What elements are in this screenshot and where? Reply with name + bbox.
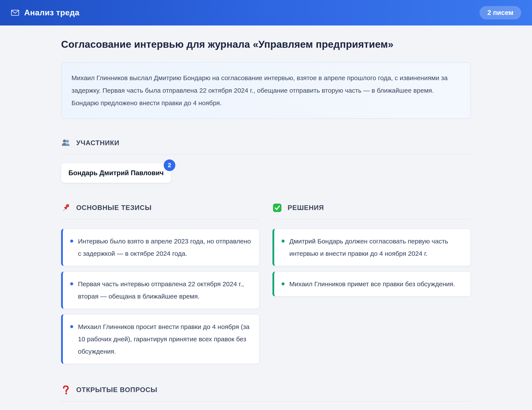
questions-section: ОТКРЫТЫЕ ВОПРОСЫ Когда именно будет отпр… xyxy=(61,385,471,410)
thesis-card: Михаил Глинников просит внести правки до… xyxy=(61,314,259,364)
participant-chip[interactable]: Бондарь Дмитрий Павлович 2 xyxy=(61,163,171,183)
decisions-heading-label: РЕШЕНИЯ xyxy=(288,204,324,212)
decision-card: Михаил Глинников примет все правки без о… xyxy=(273,271,471,297)
theses-list: Интервью было взято в апреле 2023 года, … xyxy=(61,229,259,364)
theses-heading-label: ОСНОВНЫЕ ТЕЗИСЫ xyxy=(76,204,152,212)
participant-name: Бондарь Дмитрий Павлович xyxy=(68,169,164,177)
bullet-dot xyxy=(70,240,73,243)
pushpin-icon xyxy=(61,203,71,213)
thesis-text: Интервью было взято в апреле 2023 года, … xyxy=(78,235,252,260)
mail-count-badge: 2 писем xyxy=(480,6,521,20)
bullet-dot xyxy=(282,282,285,285)
participants-list: Бондарь Дмитрий Павлович 2 xyxy=(61,163,471,183)
theses-heading: ОСНОВНЫЕ ТЕЗИСЫ xyxy=(61,203,259,213)
page-title: Согласование интервью для журнала «Управ… xyxy=(61,39,471,50)
main-content: Согласование интервью для журнала «Управ… xyxy=(61,39,471,410)
participants-section: УЧАСТНИКИ Бондарь Дмитрий Павлович 2 xyxy=(61,138,471,183)
thesis-card: Первая часть интервью отправлена 22 октя… xyxy=(61,271,259,309)
users-icon xyxy=(61,138,71,148)
thread-summary: Михаил Глинников выслал Дмитрию Бондарю … xyxy=(61,62,471,119)
divider xyxy=(61,154,471,155)
divider xyxy=(61,219,259,219)
participants-heading-label: УЧАСТНИКИ xyxy=(76,139,119,147)
decision-card: Дмитрий Бондарь должен согласовать перву… xyxy=(273,229,471,266)
divider xyxy=(273,219,471,219)
check-icon xyxy=(273,203,282,213)
theses-decisions-columns: ОСНОВНЫЕ ТЕЗИСЫ Интервью было взято в ап… xyxy=(61,203,471,364)
app-header: Анализ треда 2 писем xyxy=(0,0,532,26)
decisions-section: РЕШЕНИЯ Дмитрий Бондарь должен согласова… xyxy=(273,203,471,364)
question-icon xyxy=(61,385,71,395)
questions-heading: ОТКРЫТЫЕ ВОПРОСЫ xyxy=(61,385,471,395)
envelope-icon xyxy=(11,9,19,17)
divider xyxy=(61,401,471,401)
bullet-dot xyxy=(282,240,285,243)
thesis-text: Первая часть интервью отправлена 22 октя… xyxy=(78,278,252,303)
questions-heading-label: ОТКРЫТЫЕ ВОПРОСЫ xyxy=(76,386,157,394)
decisions-heading: РЕШЕНИЯ xyxy=(273,203,471,213)
app-title: Анализ треда xyxy=(24,8,79,17)
participant-count-badge: 2 xyxy=(164,159,175,171)
decision-text: Михаил Глинников примет все правки без о… xyxy=(289,278,455,290)
bullet-dot xyxy=(70,282,73,285)
theses-section: ОСНОВНЫЕ ТЕЗИСЫ Интервью было взято в ап… xyxy=(61,203,259,364)
thesis-card: Интервью было взято в апреле 2023 года, … xyxy=(61,229,259,266)
thesis-text: Михаил Глинников просит внести правки до… xyxy=(78,321,252,358)
decision-text: Дмитрий Бондарь должен согласовать перву… xyxy=(289,235,463,260)
bullet-dot xyxy=(70,325,73,328)
decisions-list: Дмитрий Бондарь должен согласовать перву… xyxy=(273,229,471,297)
participants-heading: УЧАСТНИКИ xyxy=(61,138,471,148)
